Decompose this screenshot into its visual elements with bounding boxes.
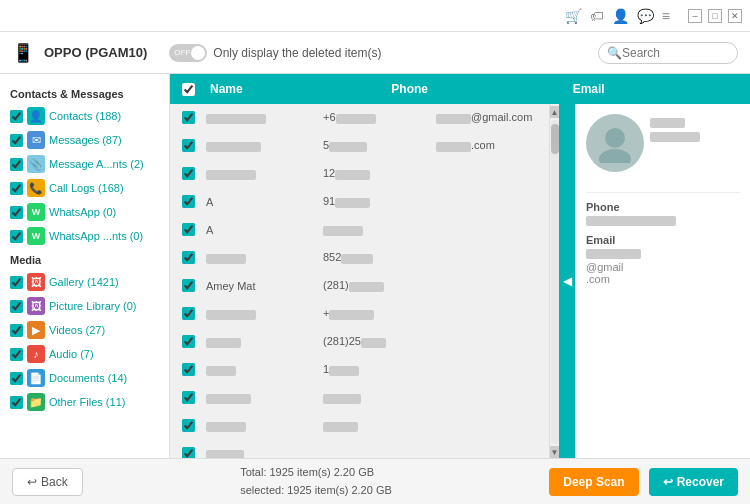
header-name: Name bbox=[206, 82, 387, 96]
cell-phone: 91 bbox=[323, 195, 436, 207]
row-checkbox[interactable] bbox=[182, 195, 195, 208]
sidebar-item-documents[interactable]: 📄 Documents (14) bbox=[0, 366, 169, 390]
scroll-track[interactable] bbox=[551, 120, 559, 444]
row-checkbox[interactable] bbox=[182, 167, 195, 180]
audio-checkbox[interactable] bbox=[10, 348, 23, 361]
row-checkbox[interactable] bbox=[182, 391, 195, 404]
whatsapp-checkbox[interactable] bbox=[10, 206, 23, 219]
cell-name: A bbox=[206, 224, 323, 236]
footer: ↩ Back Total: 1925 item(s) 2.20 GB selec… bbox=[0, 458, 750, 504]
title-bar: 🛒 🏷 👤 💬 ≡ – □ ✕ bbox=[0, 0, 750, 32]
messageatt-checkbox[interactable] bbox=[10, 158, 23, 171]
sidebar-item-whatsappatt[interactable]: W WhatsApp ...nts (0) bbox=[0, 224, 169, 248]
header-phone: Phone bbox=[387, 82, 568, 96]
row-checkbox[interactable] bbox=[182, 335, 195, 348]
back-label: Back bbox=[41, 475, 68, 489]
sidebar-item-whatsapp[interactable]: W WhatsApp (0) bbox=[0, 200, 169, 224]
deep-scan-button[interactable]: Deep Scan bbox=[549, 468, 638, 496]
messages-checkbox[interactable] bbox=[10, 134, 23, 147]
table-row[interactable] bbox=[170, 384, 549, 412]
table-scrollbar[interactable]: ▲ ▼ bbox=[549, 104, 559, 458]
sidebar-item-messageatt[interactable]: 📎 Message A...nts (2) bbox=[0, 152, 169, 176]
minimize-button[interactable]: – bbox=[688, 9, 702, 23]
detail-name-top bbox=[650, 118, 685, 128]
sidebar-item-messages[interactable]: ✉ Messages (87) bbox=[0, 128, 169, 152]
calllogs-label: Call Logs (168) bbox=[49, 182, 124, 194]
select-all-checkbox[interactable] bbox=[182, 83, 195, 96]
contact-list[interactable]: +6 @gmail.com 5 .com 12 bbox=[170, 104, 549, 458]
maximize-button[interactable]: □ bbox=[708, 9, 722, 23]
name-blur bbox=[206, 394, 251, 404]
sidebar-item-gallery[interactable]: 🖼 Gallery (1421) bbox=[0, 270, 169, 294]
table-row[interactable]: Amey Mat (281) bbox=[170, 272, 549, 300]
row-checkbox[interactable] bbox=[182, 307, 195, 320]
otherfiles-checkbox[interactable] bbox=[10, 396, 23, 409]
sidebar-item-otherfiles[interactable]: 📁 Other Files (11) bbox=[0, 390, 169, 414]
row-checkbox[interactable] bbox=[182, 279, 195, 292]
recover-button[interactable]: ↩ Recover bbox=[649, 468, 738, 496]
name-blur bbox=[206, 366, 236, 376]
table-row[interactable]: A 91 bbox=[170, 188, 549, 216]
close-button[interactable]: ✕ bbox=[728, 9, 742, 23]
search-box[interactable]: 🔍 bbox=[598, 42, 738, 64]
sidebar-item-videos[interactable]: ▶ Videos (27) bbox=[0, 318, 169, 342]
detail-phone-value bbox=[586, 216, 740, 226]
search-input[interactable] bbox=[622, 46, 729, 60]
cell-phone bbox=[323, 391, 436, 403]
row-checkbox[interactable] bbox=[182, 223, 195, 236]
sidebar-item-piclibrary[interactable]: 🖼 Picture Library (0) bbox=[0, 294, 169, 318]
sidebar-section-contacts: Contacts & Messages bbox=[0, 82, 169, 104]
table-row[interactable] bbox=[170, 440, 549, 458]
menu-icon[interactable]: ≡ bbox=[662, 8, 670, 24]
row-checkbox[interactable] bbox=[182, 363, 195, 376]
sidebar-item-audio[interactable]: ♪ Audio (7) bbox=[0, 342, 169, 366]
contacts-checkbox[interactable] bbox=[10, 110, 23, 123]
device-icon: 📱 bbox=[12, 42, 34, 64]
table-row[interactable]: (281)25 bbox=[170, 328, 549, 356]
piclibrary-checkbox[interactable] bbox=[10, 300, 23, 313]
table-row[interactable]: 1 bbox=[170, 356, 549, 384]
table-row[interactable]: 5 .com bbox=[170, 132, 549, 160]
cell-email: @gmail.com bbox=[436, 111, 549, 123]
deleted-toggle[interactable]: OFF bbox=[169, 44, 207, 62]
row-checkbox[interactable] bbox=[182, 251, 195, 264]
calllogs-checkbox[interactable] bbox=[10, 182, 23, 195]
cell-phone: +6 bbox=[323, 111, 436, 123]
scroll-thumb[interactable] bbox=[551, 124, 559, 154]
total-line: Total: 1925 item(s) 2.20 GB bbox=[240, 464, 392, 482]
tag-icon[interactable]: 🏷 bbox=[590, 8, 604, 24]
cell-phone: 5 bbox=[323, 139, 436, 151]
scroll-down-button[interactable]: ▼ bbox=[550, 446, 560, 458]
row-checkbox[interactable] bbox=[182, 419, 195, 432]
panel-expand-arrow[interactable]: ◀ bbox=[559, 104, 575, 458]
row-checkbox[interactable] bbox=[182, 447, 195, 458]
search-icon: 🔍 bbox=[607, 46, 622, 60]
sidebar-item-contacts[interactable]: 👤 Contacts (188) bbox=[0, 104, 169, 128]
header-email: Email bbox=[569, 82, 750, 96]
documents-checkbox[interactable] bbox=[10, 372, 23, 385]
gallery-checkbox[interactable] bbox=[10, 276, 23, 289]
sidebar-item-calllogs[interactable]: 📞 Call Logs (168) bbox=[0, 176, 169, 200]
audio-icon: ♪ bbox=[27, 345, 45, 363]
table-row[interactable]: + bbox=[170, 300, 549, 328]
table-row[interactable]: 12 bbox=[170, 160, 549, 188]
chat-icon[interactable]: 💬 bbox=[637, 8, 654, 24]
table-row[interactable] bbox=[170, 412, 549, 440]
cell-phone: 12 bbox=[323, 167, 436, 179]
table-row[interactable]: A bbox=[170, 216, 549, 244]
whatsappatt-checkbox[interactable] bbox=[10, 230, 23, 243]
table-row[interactable]: 852 bbox=[170, 244, 549, 272]
cart-icon[interactable]: 🛒 bbox=[565, 8, 582, 24]
contact-area: Name Phone Email +6 @gmail.com 5 bbox=[170, 74, 750, 458]
phone-blur bbox=[586, 216, 676, 226]
table-row[interactable]: +6 @gmail.com bbox=[170, 104, 549, 132]
row-checkbox[interactable] bbox=[182, 111, 195, 124]
person-icon[interactable]: 👤 bbox=[612, 8, 629, 24]
videos-checkbox[interactable] bbox=[10, 324, 23, 337]
name-blur bbox=[206, 310, 256, 320]
back-button[interactable]: ↩ Back bbox=[12, 468, 83, 496]
cell-phone: (281) bbox=[323, 279, 436, 291]
row-checkbox[interactable] bbox=[182, 139, 195, 152]
scroll-up-button[interactable]: ▲ bbox=[550, 106, 560, 118]
otherfiles-icon: 📁 bbox=[27, 393, 45, 411]
